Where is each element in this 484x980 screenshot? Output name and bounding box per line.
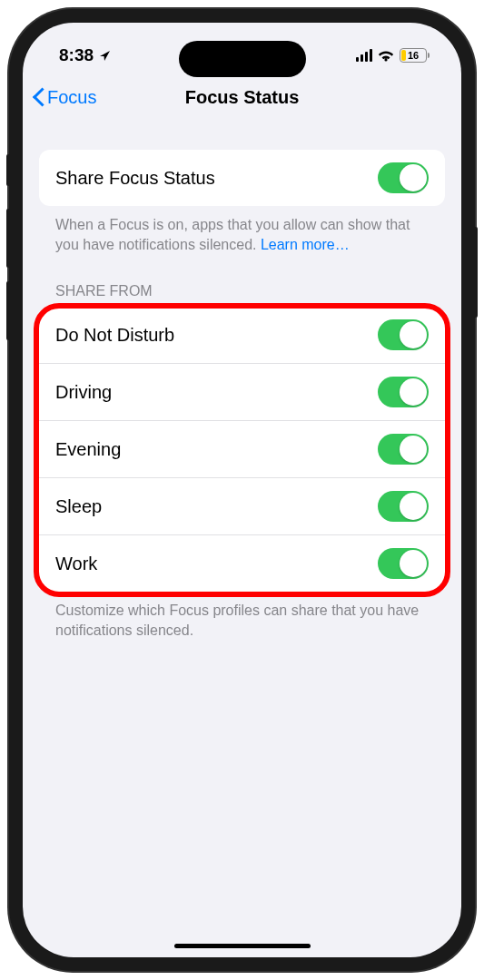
- share-from-highlighted: Do Not Disturb Driving Evening Sleep: [39, 307, 445, 592]
- share-from-driving-row: Driving: [39, 363, 445, 420]
- driving-toggle[interactable]: [378, 377, 429, 407]
- volume-up: [6, 209, 10, 268]
- row-label: Sleep: [55, 496, 102, 517]
- status-time: 8:38: [59, 45, 94, 65]
- share-focus-footer: When a Focus is on, apps that you allow …: [39, 206, 445, 254]
- back-button[interactable]: Focus: [32, 86, 96, 108]
- work-toggle[interactable]: [378, 548, 429, 579]
- phone-screen: 8:38 16: [23, 23, 461, 957]
- share-focus-status-toggle[interactable]: [378, 162, 429, 193]
- share-focus-status-label: Share Focus Status: [55, 168, 215, 189]
- row-label: Do Not Disturb: [55, 325, 174, 346]
- dynamic-island: [179, 41, 306, 77]
- do-not-disturb-toggle[interactable]: [378, 319, 429, 350]
- power-button: [474, 227, 478, 318]
- battery-level: 16: [408, 50, 419, 61]
- navigation-bar: Focus Focus Status: [23, 77, 461, 121]
- row-label: Work: [55, 554, 97, 574]
- wifi-icon: [377, 49, 395, 63]
- share-from-header: Share From: [39, 254, 445, 307]
- share-from-evening-row: Evening: [39, 420, 445, 477]
- share-from-group: Do Not Disturb Driving Evening Sleep: [39, 307, 445, 592]
- evening-toggle[interactable]: [378, 434, 429, 465]
- share-from-footer: Customize which Focus profiles can share…: [39, 592, 445, 640]
- chevron-left-icon: [32, 86, 44, 108]
- location-icon: [98, 49, 112, 63]
- volume-down: [6, 281, 10, 340]
- learn-more-link[interactable]: Learn more…: [261, 237, 350, 252]
- row-label: Driving: [55, 382, 112, 403]
- share-focus-group: Share Focus Status: [39, 150, 445, 206]
- share-from-do-not-disturb-row: Do Not Disturb: [39, 307, 445, 363]
- cellular-signal-icon: [356, 49, 372, 62]
- share-from-work-row: Work: [39, 534, 445, 592]
- content-area: Share Focus Status When a Focus is on, a…: [23, 121, 461, 640]
- page-title: Focus Status: [185, 87, 300, 108]
- home-indicator[interactable]: [174, 944, 311, 948]
- row-label: Evening: [55, 439, 121, 460]
- back-label: Focus: [47, 87, 96, 108]
- status-time-area: 8:38: [59, 45, 112, 65]
- share-from-sleep-row: Sleep: [39, 477, 445, 534]
- battery-icon: 16: [400, 48, 430, 63]
- mute-switch: [6, 154, 10, 186]
- share-focus-status-row: Share Focus Status: [39, 150, 445, 206]
- sleep-toggle[interactable]: [378, 491, 429, 522]
- phone-frame: 8:38 16: [9, 9, 475, 971]
- status-right: 16: [356, 48, 430, 63]
